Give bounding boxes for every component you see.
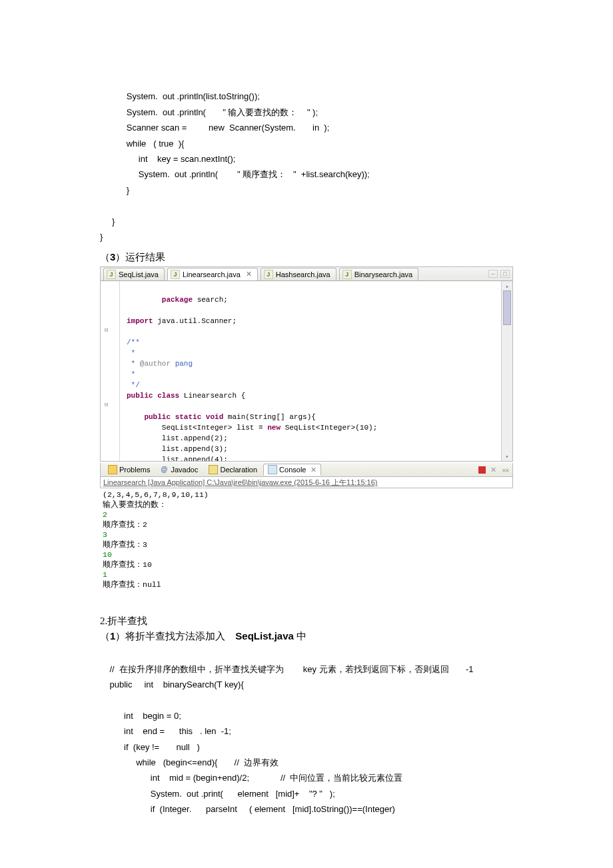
code-line: // 在按升序排序的数组中，折半查找关键字为 key 元素，若找到返回下标，否则… [100, 664, 473, 674]
declaration-icon [209, 465, 218, 474]
output-line: 顺序查找：10 [103, 560, 152, 569]
code-line: int begin = 0; [100, 711, 181, 721]
document-page: System. out .println(list.toString()); S… [0, 0, 613, 851]
scroll-down-icon[interactable]: ▾ [502, 452, 512, 461]
scroll-up-icon[interactable]: ▴ [502, 281, 512, 290]
javadoc-icon: @ [161, 466, 169, 474]
remove-all-icon[interactable] [501, 466, 508, 474]
code-line: int end = this . len -1; [100, 726, 231, 736]
close-icon[interactable]: ✕ [246, 270, 252, 278]
section-2-sub-heading: （1）将折半查找方法添加入 SeqList.java 中 [100, 630, 513, 643]
editor-wrap: ⊟ ⊟ package search; import java.util.Sca… [101, 281, 512, 461]
tab-declaration[interactable]: Declaration [204, 464, 262, 476]
tab-label: Hashsearch.java [276, 270, 330, 278]
output-line: (2,3,4,5,6,7,8,9,10,11) [103, 490, 209, 499]
ide-editor-panel: J SeqList.java J Linearsearch.java ✕ J H… [100, 266, 513, 462]
fold-mark[interactable]: ⊟ [105, 401, 108, 408]
code-line: if (key != null ) [100, 742, 200, 752]
remove-launch-icon[interactable]: ✕ [490, 466, 497, 474]
input-line: 10 [103, 550, 112, 559]
code-line: public int binarySearch(T key){ [100, 679, 244, 689]
java-file-icon: J [107, 270, 116, 279]
terminate-icon[interactable] [478, 466, 486, 474]
bottom-view-tab-bar: Problems @ Javadoc Declaration Console ✕… [100, 463, 513, 477]
code-line: int key = scan.nextInt(); [100, 154, 235, 164]
code-line: int mid = (begin+end)/2; // 中间位置，当前比较元素位… [100, 773, 402, 783]
code-editor[interactable]: package search; import java.util.Scanner… [120, 281, 501, 461]
code-line: while ( true ){ [100, 139, 184, 149]
output-line: 顺序查找：3 [103, 540, 147, 549]
code-block-bottom: // 在按升序排序的数组中，折半查找关键字为 key 元素，若找到返回下标，否则… [100, 646, 513, 817]
console-toolbar: ✕ [478, 466, 512, 474]
scrollbar[interactable]: ▴ ▾ [501, 281, 512, 461]
tab-hashsearch[interactable]: J Hashsearch.java [261, 268, 336, 280]
tab-javadoc[interactable]: @ Javadoc [156, 464, 203, 475]
java-file-icon: J [342, 270, 352, 279]
code-line: } [100, 185, 129, 195]
output-line: 顺序查找：null [103, 580, 161, 589]
scroll-thumb[interactable] [503, 290, 511, 325]
java-file-icon: J [264, 270, 273, 279]
tab-binarysearch[interactable]: J Binarysearch.java [339, 268, 418, 280]
output-line: 输入要查找的数： [103, 500, 167, 509]
fold-mark[interactable]: ⊟ [105, 326, 108, 334]
console-icon [268, 465, 277, 474]
highlight-line [120, 433, 501, 444]
maximize-icon[interactable]: □ [500, 270, 510, 278]
tab-seqlist[interactable]: J SeqList.java [103, 268, 165, 280]
section-2-heading: 2.折半查找 [100, 615, 513, 628]
console-output: (2,3,4,5,6,7,8,9,10,11) 输入要查找的数： 2 顺序查找：… [100, 488, 513, 596]
code-line: if (Integer. parseInt ( element [mid].to… [100, 804, 395, 814]
output-line: 顺序查找：2 [103, 520, 147, 529]
input-line: 2 [103, 510, 107, 519]
code-line: } [100, 217, 115, 226]
tab-problems[interactable]: Problems [103, 464, 155, 476]
close-icon[interactable]: ✕ [310, 466, 316, 474]
code-line: System. out .println(list.toString()); [100, 91, 260, 101]
tab-label: Console [279, 466, 306, 474]
tab-label: Binarysearch.java [354, 270, 412, 278]
code-line: } [100, 232, 103, 242]
editor-tab-bar: J SeqList.java J Linearsearch.java ✕ J H… [101, 267, 512, 281]
code-line: while (begin<=end){ // 边界有效 [100, 757, 279, 767]
input-line: 3 [103, 530, 107, 539]
code-line: System. out .println( " 顺序查找： " +list.se… [100, 169, 370, 179]
tab-label: Linearsearch.java [183, 270, 241, 278]
tab-label: Problems [119, 466, 150, 474]
window-buttons: – □ [488, 270, 512, 278]
code-line: System. out .print( element [mid]+ "? " … [100, 789, 335, 799]
code-block-top: System. out .println(list.toString()); S… [100, 73, 513, 244]
code-line: Scanner scan = new Scanner(System. in ); [100, 123, 329, 133]
tab-label: Javadoc [171, 466, 198, 474]
minimize-icon[interactable]: – [488, 270, 498, 278]
code-line: System. out .println( " 输入要查找的数： " ); [100, 107, 318, 117]
problems-icon [108, 465, 117, 474]
java-file-icon: J [171, 270, 180, 279]
tab-label: Declaration [220, 466, 257, 474]
heading-result: （3）运行结果 [100, 251, 513, 264]
console-launch-label: Linearsearch [Java Application] C:\Java\… [103, 478, 378, 486]
tab-label: SeqList.java [119, 270, 159, 278]
console-launch-desc: Linearsearch [Java Application] C:\Java\… [100, 477, 513, 488]
tab-console[interactable]: Console ✕ [263, 464, 321, 476]
gutter: ⊟ ⊟ [101, 281, 120, 461]
input-line: 1 [103, 570, 107, 579]
section-2-label: 2.折半查找 [100, 616, 147, 626]
tab-linearsearch[interactable]: J Linearsearch.java ✕ [167, 268, 258, 280]
